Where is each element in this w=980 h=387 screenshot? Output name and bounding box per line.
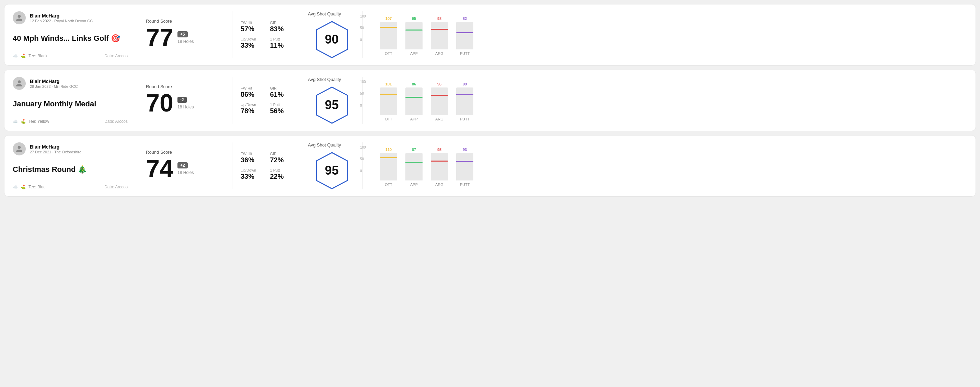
stat-gir-value: 72% [270, 156, 293, 164]
bar-line-app [406, 162, 423, 163]
stat-up-down: Up/Down33% [240, 168, 263, 181]
bar-line-ott [380, 157, 397, 158]
bar-wrapper-ott [380, 153, 397, 181]
score-badge: -218 Holes [177, 97, 194, 109]
left-section: Blair McHarg12 Feb 2022 · Royal North De… [13, 11, 136, 58]
holes-label: 18 Holes [177, 170, 194, 175]
bar-wrapper-ott [380, 87, 397, 115]
round-card: Blair McHarg27 Dec 2021 · The Oxfordshir… [4, 135, 976, 197]
score-big: 77 [146, 25, 173, 50]
score-big: 74 [146, 156, 173, 181]
user-name: Blair McHarg [30, 144, 81, 149]
round-score-label: Round Score [146, 84, 223, 89]
data-source: Data: Arccos [104, 54, 128, 58]
stat-gir-value: 61% [270, 90, 293, 98]
date-course: 29 Jan 2022 · Mill Ride GCC [30, 84, 78, 89]
bar-fill-ott [380, 27, 397, 49]
axis-top: 100 [360, 14, 366, 18]
chart-container: 100 50 0 101OTT86APP96ARG99PUTT [370, 80, 962, 121]
user-row: Blair McHarg29 Jan 2022 · Mill Ride GCC [13, 77, 128, 90]
user-info: Blair McHarg27 Dec 2021 · The Oxfordshir… [30, 144, 81, 154]
bar-group-arg: 98ARG [431, 16, 448, 56]
bar-group-arg: 95ARG [431, 148, 448, 187]
bar-group-ott: 110OTT [380, 148, 397, 187]
bar-value-ott: 110 [385, 148, 391, 152]
tee-label: Tee: Black [29, 54, 48, 58]
bar-line-arg [431, 29, 448, 30]
hexagon: 90 [315, 21, 349, 58]
avg-quality-label: Avg Shot Quality [308, 11, 341, 16]
date-course: 12 Feb 2022 · Royal North Devon GC [30, 19, 93, 23]
bar-fill-ott [380, 94, 397, 115]
user-info: Blair McHarg29 Jan 2022 · Mill Ride GCC [30, 79, 78, 89]
stat-one-putt-value: 56% [270, 107, 293, 115]
bar-group-app: 87APP [406, 148, 423, 187]
bar-value-app: 87 [412, 148, 416, 152]
axis-bottom: 0 [360, 169, 366, 173]
bar-value-arg: 95 [438, 148, 441, 152]
stat-gir-value: 83% [270, 25, 293, 33]
holes-label: 18 Holes [177, 105, 194, 109]
bar-label-ott: OTT [385, 51, 392, 56]
bar-line-putt [456, 32, 473, 33]
stat-fw-hit: FW Hit86% [240, 86, 263, 98]
score-section: Round Score74+218 Holes [136, 143, 232, 189]
chart-section: 100 50 0 107OTT95APP98ARG82PUTT [363, 11, 967, 58]
bar-value-putt: 82 [463, 16, 467, 21]
bar-label-arg: ARG [435, 51, 444, 56]
axis-top: 100 [360, 80, 366, 84]
avatar [13, 143, 26, 155]
axis-top: 100 [360, 146, 366, 149]
bar-label-ott: OTT [385, 182, 392, 187]
bar-group-app: 86APP [406, 82, 423, 121]
bar-fill-ott [380, 157, 397, 181]
chart-axis: 100 50 0 [360, 80, 366, 107]
score-pill: -2 [177, 97, 187, 103]
bar-label-app: APP [410, 117, 418, 121]
avatar [13, 11, 26, 24]
bar-line-arg [431, 160, 448, 162]
stat-up-down-label: Up/Down [240, 168, 263, 172]
stat-up-down-value: 78% [240, 107, 263, 115]
bar-line-app [406, 30, 423, 30]
bar-fill-app [406, 30, 423, 49]
bar-chart: 101OTT86APP96ARG99PUTT [380, 80, 962, 121]
bar-label-putt: PUTT [460, 51, 470, 56]
bar-group-putt: 99PUTT [456, 82, 473, 121]
round-title: 40 Mph Winds... Links Golf 🎯 [13, 34, 128, 43]
bar-line-ott [380, 94, 397, 95]
tee-icon: ⛳ [21, 185, 26, 189]
stat-fw-hit-label: FW Hit [240, 86, 263, 90]
stats-section: FW Hit57%GIR83%Up/Down33%1 Putt11% [232, 11, 301, 58]
bar-value-arg: 98 [438, 16, 441, 21]
score-section: Round Score77+518 Holes [136, 11, 232, 58]
bar-label-app: APP [410, 182, 418, 187]
score-section: Round Score70-218 Holes [136, 77, 232, 124]
quality-section: Avg Shot Quality 90 [301, 11, 363, 58]
bar-group-putt: 93PUTT [456, 148, 473, 187]
bar-wrapper-arg [431, 22, 448, 49]
stat-one-putt-label: 1 Putt [270, 103, 293, 107]
data-source: Data: Arccos [104, 119, 128, 124]
stat-up-down-label: Up/Down [240, 103, 263, 107]
user-row: Blair McHarg27 Dec 2021 · The Oxfordshir… [13, 143, 128, 155]
stats-grid: FW Hit57%GIR83%Up/Down33%1 Putt11% [240, 21, 293, 49]
bar-label-ott: OTT [385, 117, 392, 121]
bar-group-app: 95APP [406, 16, 423, 56]
bar-line-arg [431, 95, 448, 96]
chart-axis: 100 50 0 [360, 14, 366, 42]
bar-label-putt: PUTT [460, 117, 470, 121]
stats-section: FW Hit86%GIR61%Up/Down78%1 Putt56% [232, 77, 301, 124]
bar-label-app: APP [410, 51, 418, 56]
hexagon-container: 90 [308, 18, 356, 58]
bar-fill-putt [456, 32, 473, 49]
quality-section: Avg Shot Quality 95 [301, 77, 363, 124]
bar-fill-app [406, 162, 423, 181]
bar-group-ott: 101OTT [380, 82, 397, 121]
bar-chart: 110OTT87APP95ARG93PUTT [380, 146, 962, 187]
stat-up-down: Up/Down78% [240, 103, 263, 115]
bar-wrapper-putt [456, 153, 473, 181]
score-pill: +5 [177, 31, 188, 37]
bar-label-putt: PUTT [460, 182, 470, 187]
bar-line-putt [456, 161, 473, 162]
